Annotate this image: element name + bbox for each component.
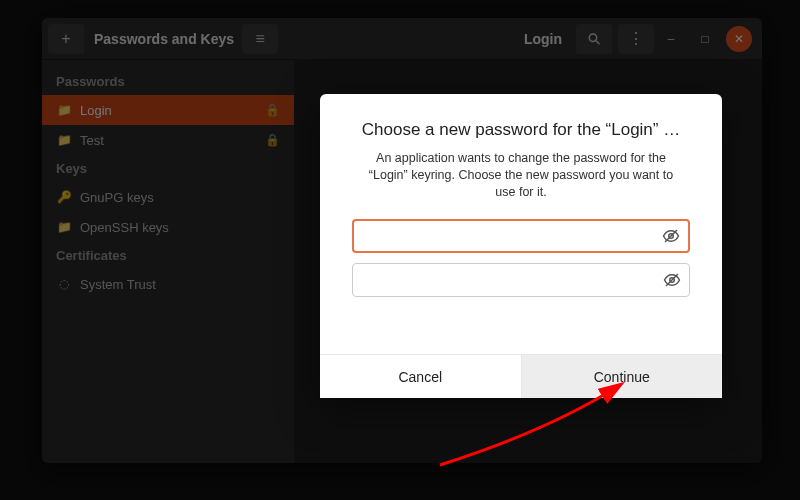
search-icon: ⚲ xyxy=(583,28,605,50)
eye-off-icon xyxy=(663,271,681,289)
sidebar-section-label: Certificates xyxy=(42,242,294,269)
new-password-field[interactable] xyxy=(352,219,690,253)
toggle-visibility-button-1[interactable] xyxy=(654,227,688,245)
toggle-visibility-button-2[interactable] xyxy=(655,271,689,289)
kebab-icon: ⋮ xyxy=(628,29,644,48)
sidebar-item-login[interactable]: 📁Login🔒 xyxy=(42,95,294,125)
dialog-button-row: Cancel Continue xyxy=(320,354,722,398)
sidebar-item-openssh-keys[interactable]: 📁OpenSSH keys xyxy=(42,212,294,242)
maximize-icon: □ xyxy=(701,32,708,46)
search-button[interactable]: ⚲ xyxy=(576,24,612,54)
titlebar: + Passwords and Keys ≡ Login ⚲ ⋮ – □ ✕ xyxy=(42,18,762,60)
dialog-title: Choose a new password for the “Login” … xyxy=(350,120,692,140)
minimize-icon: – xyxy=(668,32,675,46)
maximize-button[interactable]: □ xyxy=(692,26,718,52)
sidebar-item-test[interactable]: 📁Test🔒 xyxy=(42,125,294,155)
sidebar-item-label: OpenSSH keys xyxy=(80,220,169,235)
change-password-dialog: Choose a new password for the “Login” … … xyxy=(320,94,722,398)
confirm-password-input[interactable] xyxy=(353,264,655,296)
gnupg-icon: 🔑 xyxy=(56,190,72,204)
hamburger-button[interactable]: ≡ xyxy=(242,24,278,54)
window-title: Passwords and Keys xyxy=(94,31,234,47)
sidebar-section-label: Passwords xyxy=(42,68,294,95)
eye-off-icon xyxy=(662,227,680,245)
kebab-menu-button[interactable]: ⋮ xyxy=(618,24,654,54)
sidebar-item-label: Test xyxy=(80,133,104,148)
plus-icon: + xyxy=(61,30,70,48)
folder-icon: 📁 xyxy=(56,220,72,234)
continue-button[interactable]: Continue xyxy=(521,355,723,398)
dialog-description: An application wants to change the passw… xyxy=(350,150,692,201)
lock-icon: 🔒 xyxy=(265,103,280,117)
new-password-input[interactable] xyxy=(354,221,654,251)
folder-icon: 📁 xyxy=(56,103,72,117)
folder-icon: 📁 xyxy=(56,133,72,147)
lock-icon: 🔒 xyxy=(265,133,280,147)
close-window-button[interactable]: ✕ xyxy=(726,26,752,52)
cog-icon: ◌ xyxy=(56,277,72,291)
sidebar-item-label: System Trust xyxy=(80,277,156,292)
breadcrumb: Login xyxy=(524,31,562,47)
sidebar-item-label: GnuPG keys xyxy=(80,190,154,205)
sidebar-item-label: Login xyxy=(80,103,112,118)
minimize-button[interactable]: – xyxy=(658,26,684,52)
close-icon: ✕ xyxy=(734,32,744,46)
sidebar-item-system-trust[interactable]: ◌System Trust xyxy=(42,269,294,299)
add-button[interactable]: + xyxy=(48,24,84,54)
hamburger-icon: ≡ xyxy=(255,30,264,48)
sidebar-section-label: Keys xyxy=(42,155,294,182)
sidebar: Passwords📁Login🔒📁Test🔒Keys🔑GnuPG keys📁Op… xyxy=(42,60,294,463)
sidebar-item-gnupg-keys[interactable]: 🔑GnuPG keys xyxy=(42,182,294,212)
cancel-button[interactable]: Cancel xyxy=(320,355,521,398)
confirm-password-field[interactable] xyxy=(352,263,690,297)
